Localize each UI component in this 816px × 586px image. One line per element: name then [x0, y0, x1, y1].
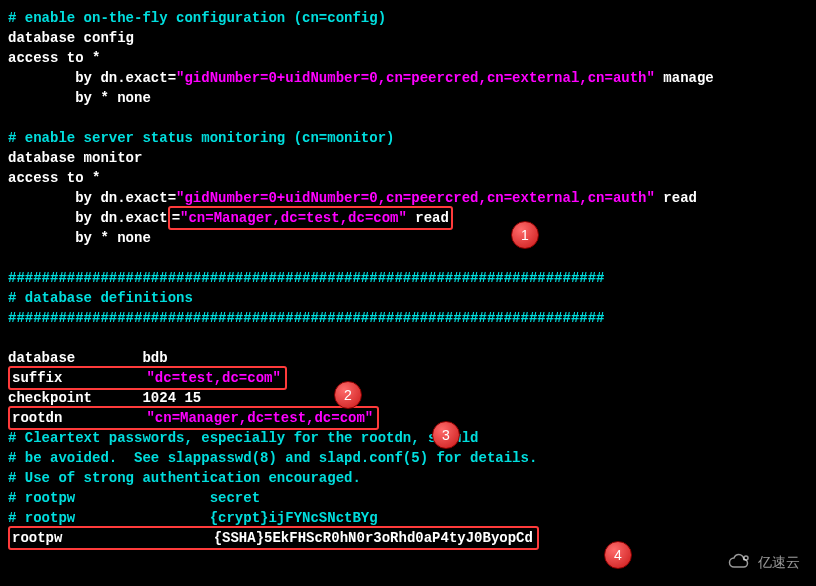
access-to-2: access to *: [8, 168, 808, 188]
rootpw-value: {SSHA}5EkFHScR0hN0r3oRhd0aP4tyJ0ByopCd: [214, 530, 533, 546]
read-suffix-1: read: [655, 190, 697, 206]
callout-box-1: ="cn=Manager,dc=test,dc=com" read: [168, 206, 453, 230]
db-bdb-label: database: [8, 350, 75, 366]
watermark-logo: 亿速云: [727, 552, 800, 572]
cleartext-comment-3: # Use of strong authentication encourage…: [8, 468, 808, 488]
suffix-label: suffix: [12, 370, 62, 386]
suffix-value: "dc=test,dc=com": [146, 370, 280, 386]
by-dn-prefix-1: by dn.exact=: [8, 70, 176, 86]
manage-suffix: manage: [655, 70, 714, 86]
cleartext-comment-2: # be avoided. See slappasswd(8) and slap…: [8, 448, 808, 468]
comment-monitor: # enable server status monitoring (cn=mo…: [8, 130, 394, 146]
hash-line-2: ########################################…: [8, 308, 808, 328]
svg-point-0: [744, 556, 748, 560]
db-definitions: # database definitions: [8, 288, 808, 308]
dn-exact-value-2: "gidNumber=0+uidNumber=0,cn=peercred,cn=…: [176, 190, 655, 206]
hash-line-1: ########################################…: [8, 268, 808, 288]
dn-exact-value-1: "gidNumber=0+uidNumber=0,cn=peercred,cn=…: [176, 70, 655, 86]
callout-box-2: suffix "dc=test,dc=com": [8, 366, 287, 390]
by-dn-prefix-3: by dn.exact: [8, 210, 168, 226]
by-star-none-1: by * none: [8, 88, 808, 108]
rootpw-comment-2-label: # rootpw: [8, 510, 75, 526]
callout-box-4: rootpw {SSHA}5EkFHScR0hN0r3oRhd0aP4tyJ0B…: [8, 526, 539, 550]
badge-4: 4: [604, 541, 632, 569]
badge-1: 1: [511, 221, 539, 249]
db-bdb-value: bdb: [75, 350, 167, 366]
read-suffix-2: read: [407, 210, 449, 226]
checkpoint-label: checkpoint: [8, 390, 92, 406]
database-monitor: database monitor: [8, 148, 808, 168]
by-dn-prefix-2: by dn.exact=: [8, 190, 176, 206]
checkpoint-value: 1024 15: [92, 390, 201, 406]
access-to-1: access to *: [8, 48, 808, 68]
rootpw-comment-2-value: {crypt}ijFYNcSNctBYg: [75, 510, 377, 526]
callout-box-3: rootdn "cn=Manager,dc=test,dc=com": [8, 406, 379, 430]
rootpw-label: rootpw: [12, 530, 62, 546]
rootpw-comment-1-label: # rootpw: [8, 490, 75, 506]
rootdn-label: rootdn: [12, 410, 62, 426]
watermark-text: 亿速云: [758, 552, 800, 572]
dn-manager-value: "cn=Manager,dc=test,dc=com": [180, 210, 407, 226]
rootpw-comment-1-value: secret: [75, 490, 260, 506]
cleartext-comment-1: # Cleartext passwords, especially for th…: [8, 428, 808, 448]
by-star-none-2: by * none: [8, 228, 808, 248]
database-config: database config: [8, 28, 808, 48]
comment-config: # enable on-the-fly configuration (cn=co…: [8, 10, 386, 26]
cloud-icon: [727, 553, 753, 571]
badge-3: 3: [432, 421, 460, 449]
rootdn-value: "cn=Manager,dc=test,dc=com": [146, 410, 373, 426]
badge-2: 2: [334, 381, 362, 409]
